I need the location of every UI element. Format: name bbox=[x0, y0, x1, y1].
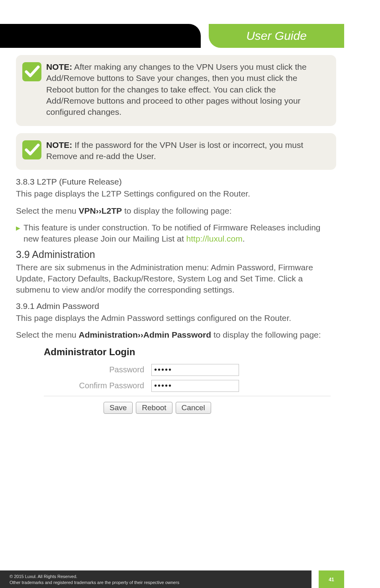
heading-383: 3.8.3 L2TP (Future Release) bbox=[16, 177, 336, 187]
footer-copyright: © 2015 Luxul. All Rights Reserved. bbox=[10, 574, 311, 580]
p-391-1: This page displays the Admin Password se… bbox=[16, 313, 336, 324]
password-label: Password bbox=[44, 365, 151, 374]
confirm-password-label: Confirm Password bbox=[44, 381, 151, 390]
password-input[interactable] bbox=[151, 364, 239, 376]
checkmark-icon bbox=[22, 140, 41, 159]
p-391-2: Select the menu Administration››Admin Pa… bbox=[16, 329, 336, 340]
footer-trademark: Other trademarks and registered trademar… bbox=[10, 580, 311, 586]
note-box-2: NOTE: If the password for the VPN User i… bbox=[16, 133, 336, 170]
p-383-2-pre: Select the menu bbox=[16, 206, 79, 215]
confirm-password-input[interactable] bbox=[151, 380, 239, 392]
checkmark-icon bbox=[22, 62, 41, 81]
heading-391: 3.9.1 Admin Password bbox=[16, 301, 336, 311]
p-383-1: This page displays the L2TP Settings con… bbox=[16, 188, 336, 199]
note-2-label: NOTE: bbox=[46, 140, 72, 149]
divider bbox=[44, 396, 331, 396]
p-383-2-post: to display the following page: bbox=[122, 206, 232, 215]
button-row: Save Reboot Cancel bbox=[44, 402, 331, 414]
footer-page-number: 41 bbox=[319, 570, 344, 588]
header-black-bar bbox=[0, 24, 201, 48]
confirm-password-row: Confirm Password bbox=[44, 380, 331, 392]
note-box-1: NOTE: After making any changes to the VP… bbox=[16, 55, 336, 126]
bullet-383-pre: This feature is under construction. To b… bbox=[24, 223, 321, 243]
header-green-tab: User Guide bbox=[209, 24, 344, 48]
header-title: User Guide bbox=[246, 29, 307, 43]
bullet-383-text: This feature is under construction. To b… bbox=[24, 222, 336, 245]
p-383-2-bold: VPN››L2TP bbox=[79, 206, 122, 215]
save-button[interactable]: Save bbox=[104, 402, 133, 414]
footer-left: © 2015 Luxul. All Rights Reserved. Other… bbox=[0, 570, 311, 588]
note-1-label: NOTE: bbox=[46, 62, 72, 71]
heading-39: 3.9 Administration bbox=[16, 249, 336, 260]
p-39: There are six submenus in the Administra… bbox=[16, 262, 336, 296]
note-2-body: If the password for the VPN User is lost… bbox=[46, 140, 303, 161]
arrow-icon: ▶ bbox=[16, 225, 20, 231]
note-1-body: After making any changes to the VPN User… bbox=[46, 62, 307, 116]
mailing-list-link[interactable]: http://luxul.com bbox=[186, 234, 243, 243]
page-header: User Guide bbox=[0, 24, 380, 48]
bullet-383: ▶ This feature is under construction. To… bbox=[16, 222, 336, 245]
password-row: Password bbox=[44, 364, 331, 376]
admin-login-panel: Administrator Login Password Confirm Pas… bbox=[44, 346, 331, 414]
cancel-button[interactable]: Cancel bbox=[176, 402, 211, 414]
p-391-2-post: to display the following page: bbox=[211, 330, 321, 339]
page-footer: © 2015 Luxul. All Rights Reserved. Other… bbox=[0, 570, 380, 588]
p-391-2-bold: Administration››Admin Password bbox=[79, 330, 212, 339]
p-391-2-pre: Select the menu bbox=[16, 330, 79, 339]
reboot-button[interactable]: Reboot bbox=[136, 402, 172, 414]
p-383-2: Select the menu VPN››L2TP to display the… bbox=[16, 205, 336, 216]
note-1-text: NOTE: After making any changes to the VP… bbox=[46, 61, 325, 118]
note-2-text: NOTE: If the password for the VPN User i… bbox=[46, 140, 325, 162]
admin-login-title: Administrator Login bbox=[44, 346, 331, 358]
bullet-383-post: . bbox=[243, 234, 245, 243]
